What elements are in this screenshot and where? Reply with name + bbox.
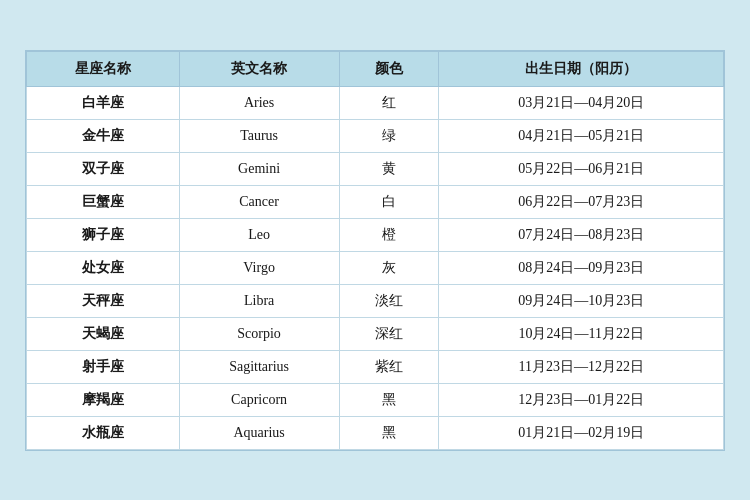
table-row: 白羊座Aries红03月21日—04月20日 xyxy=(27,86,724,119)
cell-english-name: Capricorn xyxy=(179,383,339,416)
zodiac-table-container: 星座名称 英文名称 颜色 出生日期（阳历） 白羊座Aries红03月21日—04… xyxy=(25,50,725,451)
cell-chinese-name: 射手座 xyxy=(27,350,180,383)
cell-color: 紫红 xyxy=(339,350,439,383)
cell-chinese-name: 摩羯座 xyxy=(27,383,180,416)
cell-birth-date: 11月23日—12月22日 xyxy=(439,350,724,383)
cell-english-name: Cancer xyxy=(179,185,339,218)
zodiac-table: 星座名称 英文名称 颜色 出生日期（阳历） 白羊座Aries红03月21日—04… xyxy=(26,51,724,450)
cell-color: 橙 xyxy=(339,218,439,251)
cell-birth-date: 12月23日—01月22日 xyxy=(439,383,724,416)
cell-chinese-name: 狮子座 xyxy=(27,218,180,251)
cell-color: 黄 xyxy=(339,152,439,185)
table-body: 白羊座Aries红03月21日—04月20日金牛座Taurus绿04月21日—0… xyxy=(27,86,724,449)
cell-color: 淡红 xyxy=(339,284,439,317)
cell-birth-date: 09月24日—10月23日 xyxy=(439,284,724,317)
table-row: 金牛座Taurus绿04月21日—05月21日 xyxy=(27,119,724,152)
cell-english-name: Aquarius xyxy=(179,416,339,449)
table-row: 天蝎座Scorpio深红10月24日—11月22日 xyxy=(27,317,724,350)
cell-color: 白 xyxy=(339,185,439,218)
table-row: 天秤座Libra淡红09月24日—10月23日 xyxy=(27,284,724,317)
cell-chinese-name: 金牛座 xyxy=(27,119,180,152)
cell-chinese-name: 双子座 xyxy=(27,152,180,185)
header-english-name: 英文名称 xyxy=(179,51,339,86)
cell-birth-date: 08月24日—09月23日 xyxy=(439,251,724,284)
cell-english-name: Sagittarius xyxy=(179,350,339,383)
cell-english-name: Taurus xyxy=(179,119,339,152)
table-row: 狮子座Leo橙07月24日—08月23日 xyxy=(27,218,724,251)
cell-birth-date: 04月21日—05月21日 xyxy=(439,119,724,152)
cell-birth-date: 06月22日—07月23日 xyxy=(439,185,724,218)
cell-color: 黑 xyxy=(339,383,439,416)
cell-color: 绿 xyxy=(339,119,439,152)
cell-english-name: Aries xyxy=(179,86,339,119)
table-row: 巨蟹座Cancer白06月22日—07月23日 xyxy=(27,185,724,218)
cell-birth-date: 05月22日—06月21日 xyxy=(439,152,724,185)
cell-color: 灰 xyxy=(339,251,439,284)
cell-chinese-name: 水瓶座 xyxy=(27,416,180,449)
cell-birth-date: 10月24日—11月22日 xyxy=(439,317,724,350)
cell-color: 黑 xyxy=(339,416,439,449)
cell-color: 红 xyxy=(339,86,439,119)
header-birth-date: 出生日期（阳历） xyxy=(439,51,724,86)
table-row: 射手座Sagittarius紫红11月23日—12月22日 xyxy=(27,350,724,383)
table-header-row: 星座名称 英文名称 颜色 出生日期（阳历） xyxy=(27,51,724,86)
cell-chinese-name: 天蝎座 xyxy=(27,317,180,350)
cell-english-name: Leo xyxy=(179,218,339,251)
table-row: 摩羯座Capricorn黑12月23日—01月22日 xyxy=(27,383,724,416)
header-color: 颜色 xyxy=(339,51,439,86)
header-chinese-name: 星座名称 xyxy=(27,51,180,86)
cell-chinese-name: 巨蟹座 xyxy=(27,185,180,218)
cell-birth-date: 07月24日—08月23日 xyxy=(439,218,724,251)
cell-chinese-name: 白羊座 xyxy=(27,86,180,119)
table-row: 双子座Gemini黄05月22日—06月21日 xyxy=(27,152,724,185)
cell-english-name: Gemini xyxy=(179,152,339,185)
cell-english-name: Virgo xyxy=(179,251,339,284)
cell-chinese-name: 天秤座 xyxy=(27,284,180,317)
cell-color: 深红 xyxy=(339,317,439,350)
table-row: 处女座Virgo灰08月24日—09月23日 xyxy=(27,251,724,284)
cell-english-name: Scorpio xyxy=(179,317,339,350)
cell-chinese-name: 处女座 xyxy=(27,251,180,284)
cell-birth-date: 03月21日—04月20日 xyxy=(439,86,724,119)
table-row: 水瓶座Aquarius黑01月21日—02月19日 xyxy=(27,416,724,449)
cell-english-name: Libra xyxy=(179,284,339,317)
cell-birth-date: 01月21日—02月19日 xyxy=(439,416,724,449)
